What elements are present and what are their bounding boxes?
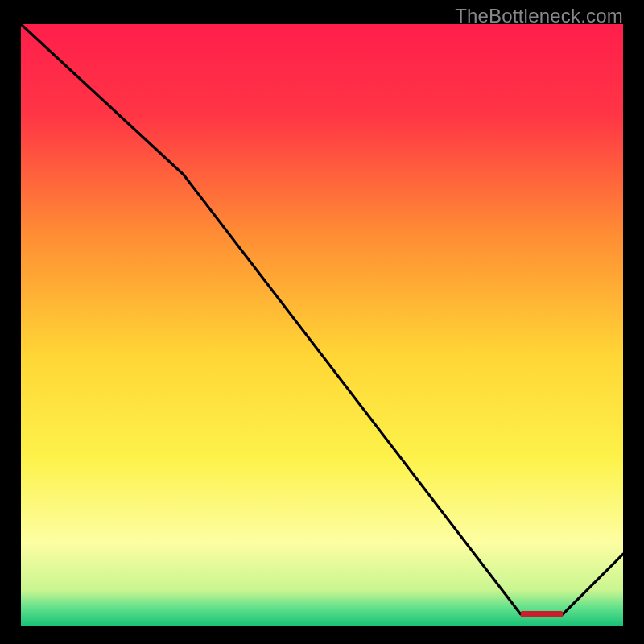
gradient-background	[21, 24, 623, 626]
bottleneck-chart	[21, 24, 623, 626]
chart-frame	[21, 24, 623, 626]
optimal-range-marker	[521, 611, 563, 617]
